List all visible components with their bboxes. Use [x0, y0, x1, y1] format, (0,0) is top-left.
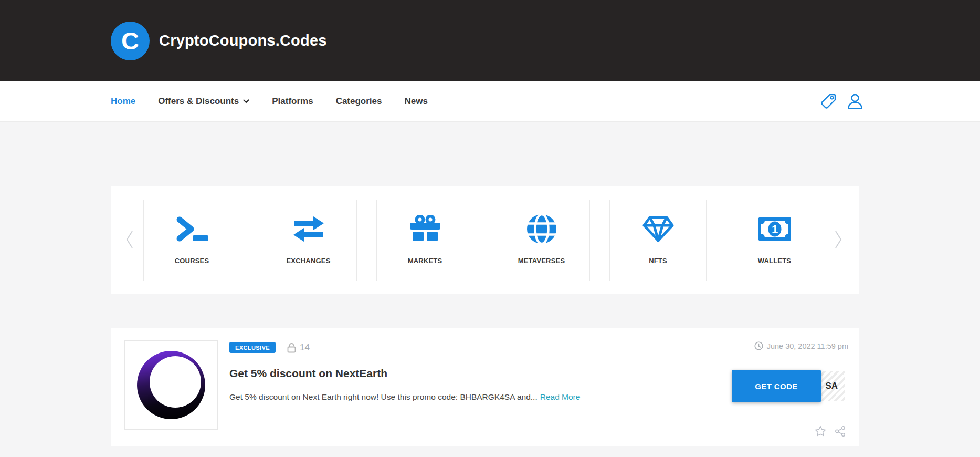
coupon-badge-row: EXCLUSIVE 14	[229, 342, 580, 353]
nav-items: Home Offers & Discounts Platforms Catego…	[111, 96, 428, 107]
share-icon[interactable]	[835, 425, 846, 437]
carousel-prev-icon[interactable]	[124, 229, 135, 252]
category-label: EXCHANGES	[286, 257, 330, 265]
uses-count: 14	[300, 342, 310, 353]
nav-icons	[819, 92, 864, 111]
nav-item-platforms[interactable]: Platforms	[272, 96, 313, 107]
coupon-description-text: Get 5% discount on Next Earth right now!…	[229, 392, 538, 401]
main-navbar: Home Offers & Discounts Platforms Catego…	[0, 81, 980, 122]
nav-item-label: Offers & Discounts	[158, 96, 239, 107]
category-cards-row: COURSES EXCHANGES	[143, 200, 823, 281]
category-label: WALLETS	[758, 257, 792, 265]
category-card-markets[interactable]: MARKETS	[376, 200, 473, 281]
get-code-button[interactable]: GET CODE	[732, 370, 821, 402]
user-icon[interactable]	[846, 92, 864, 111]
coupon-expiry: June 30, 2022 11:59 pm	[754, 341, 848, 350]
carousel-next-icon[interactable]	[833, 229, 844, 252]
page: C CryptoCoupons.Codes Home Offers & Disc…	[0, 0, 980, 457]
globe-icon	[526, 213, 557, 245]
nextearth-logo-image	[137, 351, 205, 419]
coupon-code-box[interactable]: SA GET CODE	[732, 371, 845, 401]
coupon-title[interactable]: Get 5% discount on NextEarth	[229, 367, 580, 380]
category-card-metaverses[interactable]: METAVERSES	[493, 200, 590, 281]
category-card-nfts[interactable]: NFTS	[609, 200, 707, 281]
money-bill-icon: 1	[758, 213, 791, 245]
nav-item-home[interactable]: Home	[111, 96, 135, 107]
category-card-courses[interactable]: COURSES	[143, 200, 240, 281]
coupon-logo[interactable]	[124, 340, 218, 430]
category-card-exchanges[interactable]: EXCHANGES	[260, 200, 357, 281]
lock-icon	[287, 342, 296, 353]
chevron-down-icon	[243, 99, 249, 103]
category-label: COURSES	[175, 257, 209, 265]
nav-item-news[interactable]: News	[405, 96, 428, 107]
nav-item-categories[interactable]: Categories	[336, 96, 382, 107]
gem-icon	[642, 213, 675, 245]
coupon-body: EXCLUSIVE 14 Get 5% discount on NextEart…	[229, 342, 580, 402]
exchange-arrows-icon	[292, 213, 325, 245]
coupon-uses: 14	[287, 342, 310, 353]
money-bill-digit: 1	[771, 223, 777, 236]
coupon-code-peek: SA	[825, 381, 838, 391]
category-label: METAVERSES	[518, 257, 565, 265]
category-card-wallets[interactable]: 1 WALLETS	[726, 200, 823, 281]
main-content: COURSES EXCHANGES	[111, 122, 859, 446]
coupon-actions	[815, 425, 846, 437]
site-header: C CryptoCoupons.Codes	[0, 0, 980, 81]
read-more-link[interactable]: Read More	[540, 392, 581, 401]
clock-icon	[754, 341, 763, 350]
coupon-card: EXCLUSIVE 14 Get 5% discount on NextEart…	[111, 328, 859, 446]
favorite-star-icon[interactable]	[815, 425, 826, 437]
coupon-description: Get 5% discount on Next Earth right now!…	[229, 392, 580, 402]
categories-carousel: COURSES EXCHANGES	[111, 186, 859, 294]
tag-icon[interactable]	[819, 92, 837, 110]
category-label: NFTS	[649, 257, 667, 265]
site-logo-icon[interactable]: C	[111, 22, 150, 60]
exclusive-badge: EXCLUSIVE	[229, 342, 276, 353]
site-title[interactable]: CryptoCoupons.Codes	[159, 32, 327, 49]
nav-item-offers-discounts[interactable]: Offers & Discounts	[158, 96, 249, 107]
category-label: MARKETS	[408, 257, 442, 265]
gift-icon	[410, 213, 440, 245]
coupon-expiry-text: June 30, 2022 11:59 pm	[767, 342, 848, 350]
terminal-icon	[175, 213, 209, 245]
